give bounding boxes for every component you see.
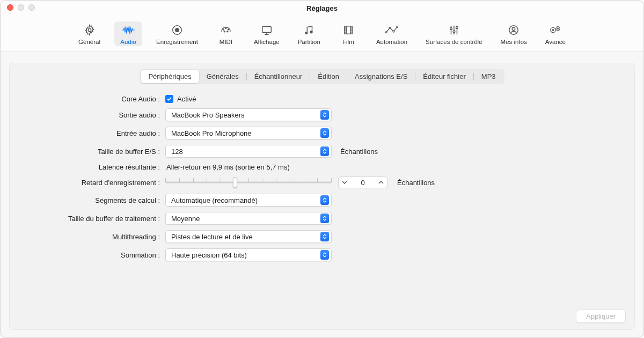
record-icon bbox=[171, 24, 184, 36]
updown-icon bbox=[320, 110, 329, 120]
tab-general[interactable]: Générales bbox=[199, 70, 246, 83]
settings-panel: Périphériques Générales Échantillonneur … bbox=[9, 63, 635, 330]
rec-delay-label: Retard d'enregistrement : bbox=[18, 179, 160, 187]
apply-button[interactable]: Appliquer bbox=[576, 310, 626, 323]
io-buffer-value: 128 bbox=[171, 148, 183, 156]
toolbar-item-audio[interactable]: Audio bbox=[114, 21, 142, 46]
toolbar-item-score[interactable]: Partition bbox=[294, 21, 325, 46]
input-device-value: MacBook Pro Microphone bbox=[171, 129, 252, 137]
waveform-icon bbox=[122, 24, 135, 36]
svg-point-0 bbox=[88, 28, 91, 32]
updown-icon bbox=[320, 128, 329, 138]
multithreading-popup[interactable]: Pistes de lecture et de live bbox=[165, 230, 332, 243]
svg-point-17 bbox=[453, 30, 455, 32]
svg-point-22 bbox=[552, 29, 554, 31]
tab-editing[interactable]: Édition bbox=[310, 70, 347, 83]
display-icon bbox=[260, 24, 273, 36]
svg-point-10 bbox=[310, 31, 312, 33]
tab-file-editor[interactable]: Éditeur fichier bbox=[415, 70, 473, 83]
svg-point-18 bbox=[456, 26, 458, 28]
toolbar-label: Général bbox=[78, 39, 100, 45]
svg-point-20 bbox=[512, 27, 515, 30]
svg-point-24 bbox=[557, 28, 558, 29]
tab-io-assignments[interactable]: Assignations E/S bbox=[347, 70, 415, 83]
minimize-icon[interactable] bbox=[18, 4, 24, 11]
chevron-up-icon[interactable] bbox=[375, 177, 387, 188]
summing-label: Sommation : bbox=[18, 251, 160, 259]
toolbar-item-control-surfaces[interactable]: Surfaces de contrôle bbox=[421, 21, 486, 46]
double-gear-icon bbox=[549, 24, 562, 36]
toolbar-item-automation[interactable]: Automation bbox=[372, 21, 412, 46]
svg-point-15 bbox=[397, 26, 398, 27]
toolbar-item-display[interactable]: Affichage bbox=[250, 21, 284, 46]
svg-point-6 bbox=[224, 31, 225, 32]
io-buffer-popup[interactable]: 128 bbox=[165, 145, 332, 158]
toolbar-item-general[interactable]: Général bbox=[74, 21, 105, 46]
output-device-popup[interactable]: MacBook Pro Speakers bbox=[165, 108, 332, 121]
midi-icon bbox=[219, 24, 232, 36]
slider-thumb[interactable] bbox=[233, 177, 237, 188]
updown-icon bbox=[320, 146, 329, 156]
recording-delay-slider[interactable] bbox=[165, 177, 332, 188]
film-icon bbox=[342, 24, 355, 36]
toolbar-item-recording[interactable]: Enregistrement bbox=[152, 21, 202, 46]
process-buffer-popup[interactable]: Moyenne bbox=[165, 212, 332, 225]
summing-popup[interactable]: Haute précision (64 bits) bbox=[165, 248, 332, 261]
chevron-down-icon[interactable] bbox=[339, 177, 350, 188]
processing-threads-value: Automatique (recommandé) bbox=[171, 196, 258, 204]
window-title: Réglages bbox=[306, 4, 338, 12]
svg-point-4 bbox=[223, 29, 224, 30]
svg-point-16 bbox=[450, 27, 452, 30]
processing-threads-popup[interactable]: Automatique (recommandé) bbox=[165, 194, 332, 207]
settings-form: Core Audio : Activé Sortie audio : MacBo… bbox=[18, 95, 626, 261]
toolbar-label: Film bbox=[342, 39, 354, 45]
input-label: Entrée audio : bbox=[18, 129, 160, 137]
core-audio-checkbox[interactable] bbox=[165, 95, 173, 103]
buffer-label: Taille de buffer E/S : bbox=[18, 148, 160, 156]
latency-label: Latence résultante : bbox=[18, 163, 160, 171]
subtabs: Périphériques Générales Échantillonneur … bbox=[140, 69, 504, 84]
updown-icon bbox=[320, 195, 329, 205]
updown-icon bbox=[320, 214, 329, 223]
toolbar-label: Enregistrement bbox=[156, 39, 198, 45]
subtab-row: Périphériques Générales Échantillonneur … bbox=[18, 69, 626, 84]
content-area: Périphériques Générales Échantillonneur … bbox=[1, 52, 643, 337]
tab-sampler[interactable]: Échantillonneur bbox=[247, 70, 310, 83]
svg-rect-8 bbox=[262, 26, 272, 32]
process-buffer-value: Moyenne bbox=[171, 215, 200, 223]
svg-point-14 bbox=[393, 31, 394, 32]
toolbar-item-movie[interactable]: Film bbox=[334, 21, 362, 46]
toolbar-item-my-info[interactable]: Mes infos bbox=[496, 21, 531, 46]
tab-devices[interactable]: Périphériques bbox=[141, 70, 199, 83]
updown-icon bbox=[320, 232, 329, 241]
core-audio-label: Core Audio : bbox=[18, 95, 160, 103]
tab-mp3[interactable]: MP3 bbox=[474, 70, 503, 83]
svg-point-5 bbox=[228, 29, 229, 30]
toolbar-item-midi[interactable]: MIDI bbox=[212, 21, 240, 46]
svg-point-21 bbox=[551, 27, 555, 32]
toolbar-label: Affichage bbox=[254, 39, 280, 45]
svg-point-7 bbox=[227, 31, 228, 32]
core-audio-checkbox-label: Activé bbox=[177, 95, 196, 103]
multithreading-label: Multithreading : bbox=[18, 233, 160, 241]
person-icon bbox=[507, 24, 520, 36]
rec-delay-unit: Échantillons bbox=[394, 179, 435, 187]
output-label: Sortie audio : bbox=[18, 111, 160, 119]
output-device-value: MacBook Pro Speakers bbox=[171, 111, 245, 119]
recording-delay-value: 0 bbox=[350, 177, 375, 188]
input-device-popup[interactable]: MacBook Pro Microphone bbox=[165, 127, 332, 139]
close-icon[interactable] bbox=[7, 4, 13, 11]
svg-point-12 bbox=[385, 31, 387, 33]
gear-icon bbox=[83, 24, 96, 36]
music-note-icon bbox=[303, 24, 316, 36]
recording-delay-stepper[interactable]: 0 bbox=[338, 177, 387, 188]
traffic-lights bbox=[7, 4, 35, 11]
svg-point-3 bbox=[225, 27, 226, 28]
toolbar-label: Audio bbox=[120, 39, 136, 45]
process-threads-label: Segments de calcul : bbox=[18, 196, 160, 204]
titlebar: Réglages bbox=[1, 1, 643, 16]
automation-icon bbox=[385, 24, 398, 36]
settings-window: Réglages Général Audio Enregistrement bbox=[0, 0, 644, 338]
zoom-icon[interactable] bbox=[28, 4, 35, 11]
toolbar-item-advanced[interactable]: Avancé bbox=[541, 21, 570, 46]
